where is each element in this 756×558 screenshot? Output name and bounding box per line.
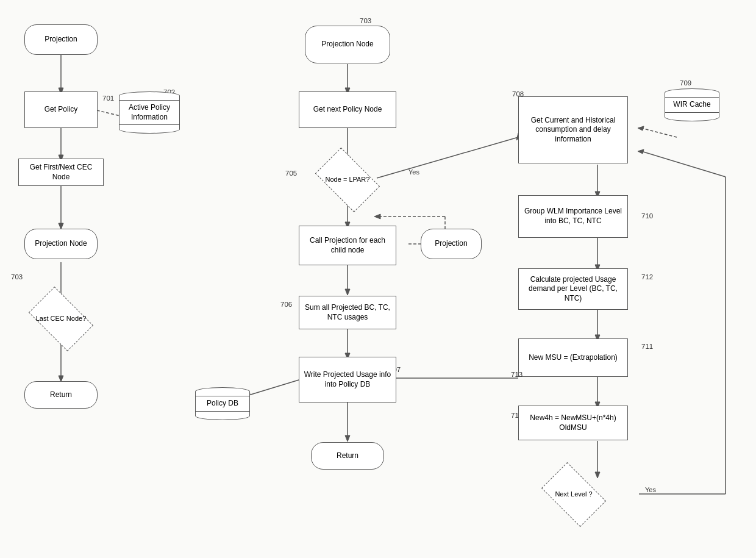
label-712: 712 [641,273,653,281]
svg-line-27 [249,378,305,395]
get-policy-box: Get Policy [24,91,98,128]
cylinder-bottom [195,412,250,420]
svg-marker-30 [345,435,350,442]
label-703-top: 703 [360,17,371,24]
yes-bottom-label: Yes [645,486,656,493]
cylinder-bottom [665,113,719,121]
projection-mid: Projection [421,229,482,259]
projection-node-left: Projection Node [24,229,98,259]
label-713: 713 [511,371,522,378]
diamond-label: Last CEC Node? [36,315,87,323]
projection-node-top: Projection Node [305,26,390,63]
diagram: Projection 701 Get Policy 702 Active Pol… [0,0,756,558]
active-policy-cylinder: Active Policy Information [119,91,180,134]
label-705: 705 [285,170,297,177]
label-710: 710 [641,212,653,220]
svg-marker-22 [374,214,380,219]
label-706: 706 [280,301,292,308]
node-lpar-diamond: Node = LPAR? [320,160,375,199]
get-next-policy-box: Get next Policy Node [299,91,396,128]
write-projected-box: Write Projected Usage info into Policy D… [299,357,396,402]
return-left: Return [24,381,98,409]
sum-usages-box: Sum all Projected BC, TC, NTC usages [299,296,396,329]
get-current-box: Get Current and Historical consumption a… [518,96,628,163]
wir-cache-cylinder: WIR Cache [665,88,719,121]
label-703-left: 703 [11,273,23,281]
svg-line-49 [641,151,726,177]
cylinder-body: Active Policy Information [119,100,180,125]
cylinder-body: Policy DB [195,396,250,412]
last-cec-diamond: Last CEC Node? [34,299,88,338]
label-701: 701 [102,95,114,102]
new-msu-box: New MSU = (Extrapolation) [518,338,628,377]
cylinder-body: WIR Cache [665,97,719,113]
get-cec-node-box: Get First/Next CEC Node [18,159,104,186]
cylinder-bottom [119,125,180,134]
new-4h-box: New4h = NewMSU+(n*4h) OldMSU [518,406,628,440]
diamond-label: Next Level ? [555,490,592,498]
next-level-diamond: Next Level ? [546,474,601,514]
projection-start: Projection [24,24,98,55]
policy-db-cylinder: Policy DB [195,387,250,420]
svg-line-37 [641,128,677,137]
calc-proj-box: Calculate projected Usage demand per Lev… [518,268,628,310]
label-709: 709 [680,79,691,87]
svg-marker-24 [345,289,350,295]
cylinder-top [195,387,250,396]
cylinder-top [665,88,719,97]
diamond-label: Node = LPAR? [326,176,370,184]
group-wlm-box: Group WLM Importance Level into BC, TC, … [518,195,628,238]
label-711: 711 [641,343,653,350]
svg-marker-50 [638,149,644,154]
call-proj-box: Call Projection for each child node [299,226,396,265]
yes-right-label: Yes [408,168,419,176]
cylinder-top [119,91,180,100]
return-mid: Return [311,442,384,470]
svg-line-31 [377,137,518,178]
svg-marker-38 [638,126,644,131]
